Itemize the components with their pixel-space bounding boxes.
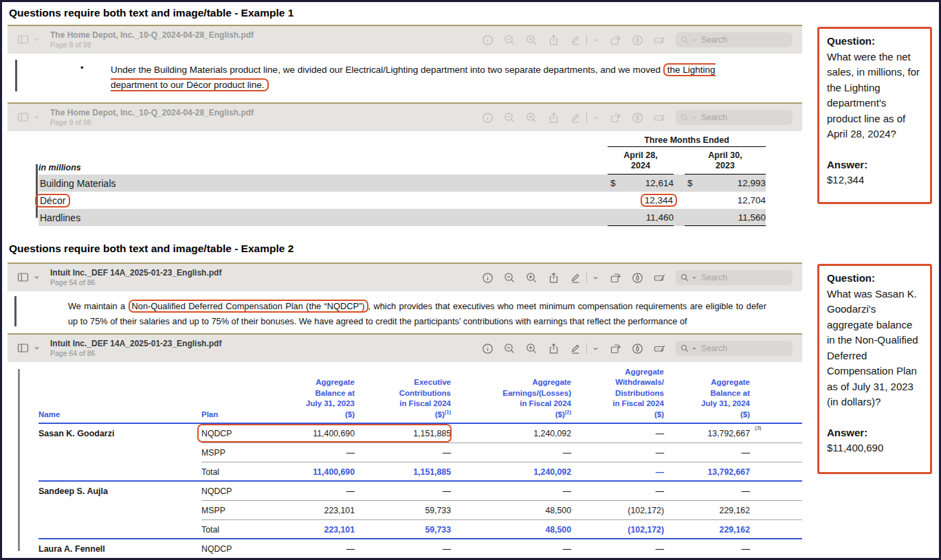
share-icon[interactable]	[548, 34, 560, 46]
signature-icon[interactable]	[654, 272, 665, 284]
table-row: Hardlines 11,460 11,560	[38, 209, 766, 226]
draw-icon[interactable]	[632, 343, 643, 355]
pdf-titlebar: The Home Depot, Inc._10-Q_2024-04-28_Eng…	[8, 25, 802, 54]
table-row: Laura A. Fennell NQDCP — — — — —	[38, 539, 802, 557]
markup-pencil-icon[interactable]	[570, 34, 582, 46]
example2-title: Questions require both text and image/ta…	[9, 243, 294, 255]
search-field[interactable]	[676, 32, 793, 47]
markup-dropdown-icon[interactable]	[592, 274, 599, 282]
pdf-filename: The Home Depot, Inc._10-Q_2024-04-28_Eng…	[50, 109, 254, 118]
pdf-page-indicator: Page 9 of 98	[50, 118, 254, 126]
signature-icon[interactable]	[654, 112, 665, 124]
share-icon[interactable]	[548, 272, 560, 284]
table-row: Décor 12,344 12,704	[38, 192, 766, 209]
toolbar-divider	[586, 343, 587, 354]
info-icon[interactable]	[482, 34, 494, 46]
pdf-titlebar: Intuit Inc._DEF 14A_2025-01-23_English.p…	[8, 333, 802, 362]
rotate-icon[interactable]	[610, 343, 621, 355]
pdf-titlebar: Intuit Inc._DEF 14A_2025-01-23_English.p…	[8, 262, 802, 291]
pdf-page-view: •Under the Building Materials product li…	[8, 54, 802, 100]
qa-panel-example1: Question: What were the net sales, in mi…	[817, 27, 932, 204]
draw-icon[interactable]	[632, 34, 643, 46]
search-field[interactable]	[676, 341, 793, 356]
signature-icon[interactable]	[654, 343, 665, 355]
search-field[interactable]	[676, 270, 793, 285]
pdf-window-homedepot-p8: The Home Depot, Inc._10-Q_2024-04-28_Eng…	[8, 25, 802, 100]
column-header-balance-2023: Aggregate Balance at July 31, 2023($)	[255, 365, 355, 423]
info-icon[interactable]	[482, 343, 494, 355]
markup-dropdown-icon[interactable]	[592, 114, 599, 122]
document-bullet-text: •Under the Building Materials product li…	[8, 54, 802, 92]
table-total-row: Total 11,400,690 1,151,885 1,240,092 — 1…	[38, 462, 802, 482]
search-input[interactable]	[700, 112, 788, 123]
search-icon	[680, 113, 689, 122]
zoom-in-icon[interactable]	[526, 34, 538, 46]
chevron-down-icon[interactable]	[33, 273, 41, 281]
pdf-page-indicator: Page 8 of 98	[50, 41, 254, 49]
zoom-out-icon[interactable]	[504, 343, 516, 355]
markup-pencil-icon[interactable]	[570, 343, 582, 355]
pdf-page-indicator: Page 54 of 86	[50, 278, 221, 287]
sidebar-toggle-icon[interactable]	[17, 34, 29, 45]
sidebar-toggle-icon[interactable]	[17, 111, 29, 123]
search-scope-chevron-icon	[691, 115, 697, 120]
search-input[interactable]	[700, 34, 788, 45]
rotate-icon[interactable]	[610, 112, 621, 124]
zoom-out-icon[interactable]	[504, 112, 516, 124]
search-input[interactable]	[700, 272, 788, 283]
pdf-filename: Intuit Inc._DEF 14A_2025-01-23_English.p…	[50, 269, 221, 278]
toolbar-divider	[586, 272, 587, 283]
zoom-out-icon[interactable]	[504, 34, 516, 46]
pdf-page-indicator: Page 64 of 86	[50, 349, 221, 357]
unit-label: in millions	[38, 147, 608, 175]
rotate-icon[interactable]	[610, 272, 621, 284]
pdf-page-view: Name Plan Aggregate Balance at July 31, …	[8, 362, 802, 557]
page-edge-line	[14, 296, 16, 326]
markup-dropdown-icon[interactable]	[592, 345, 599, 352]
sidebar-toggle-icon[interactable]	[17, 342, 29, 354]
draw-icon[interactable]	[632, 272, 643, 284]
pdf-filename: Intuit Inc._DEF 14A_2025-01-23_English.p…	[50, 339, 221, 349]
column-header-plan: Plan	[201, 365, 255, 423]
answer-label: Answer:	[827, 157, 922, 173]
column-header-withdrawals: Aggregate Withdrawals/ Distributions in …	[571, 365, 664, 423]
signature-icon[interactable]	[654, 34, 665, 46]
table-row: Building Materials $12,614 $12,993	[38, 175, 766, 192]
column-header-contributions: Executive Contributions in Fiscal 2024($…	[355, 365, 451, 423]
chevron-down-icon[interactable]	[33, 36, 41, 43]
question-label: Question:	[827, 271, 922, 287]
highlight-box-decor: Décor	[35, 194, 70, 208]
column-header-earnings: Aggregate Earnings/(Losses) in Fiscal 20…	[451, 365, 571, 423]
share-icon[interactable]	[548, 343, 560, 355]
rotate-icon[interactable]	[610, 34, 621, 46]
sidebar-toggle-icon[interactable]	[17, 271, 29, 283]
example1-title: Questions require both text and image/ta…	[9, 7, 294, 19]
zoom-in-icon[interactable]	[526, 112, 538, 124]
document-paragraph: We maintain a Non-Qualified Deferred Com…	[8, 291, 802, 329]
zoom-out-icon[interactable]	[504, 272, 516, 284]
search-icon	[680, 36, 689, 44]
pdf-toolbar	[482, 270, 793, 285]
column-header-name: Name	[38, 365, 201, 423]
search-input[interactable]	[700, 343, 788, 354]
info-icon[interactable]	[482, 272, 494, 284]
chevron-down-icon[interactable]	[33, 113, 41, 121]
zoom-in-icon[interactable]	[526, 343, 538, 355]
search-scope-chevron-icon	[691, 37, 697, 43]
markup-dropdown-icon[interactable]	[592, 36, 599, 44]
markup-pencil-icon[interactable]	[570, 272, 582, 284]
draw-icon[interactable]	[632, 112, 643, 124]
zoom-in-icon[interactable]	[526, 272, 538, 284]
search-field[interactable]	[676, 110, 793, 125]
net-sales-table: Three Months Ended in millions April 28,…	[38, 133, 766, 226]
info-icon[interactable]	[482, 112, 494, 124]
chevron-down-icon[interactable]	[33, 344, 41, 352]
question-text: What was Sasan K. Goodarzi's aggregate b…	[827, 287, 922, 410]
share-icon[interactable]	[548, 112, 560, 124]
highlight-box-12344: 12,344	[641, 194, 677, 207]
pdf-toolbar	[482, 110, 793, 125]
answer-text: $11,400,690	[827, 440, 922, 456]
search-scope-chevron-icon	[691, 346, 697, 351]
markup-pencil-icon[interactable]	[570, 112, 582, 124]
column-header-balance-2024: Aggregate Balance at July 31, 2024($)	[664, 365, 750, 423]
